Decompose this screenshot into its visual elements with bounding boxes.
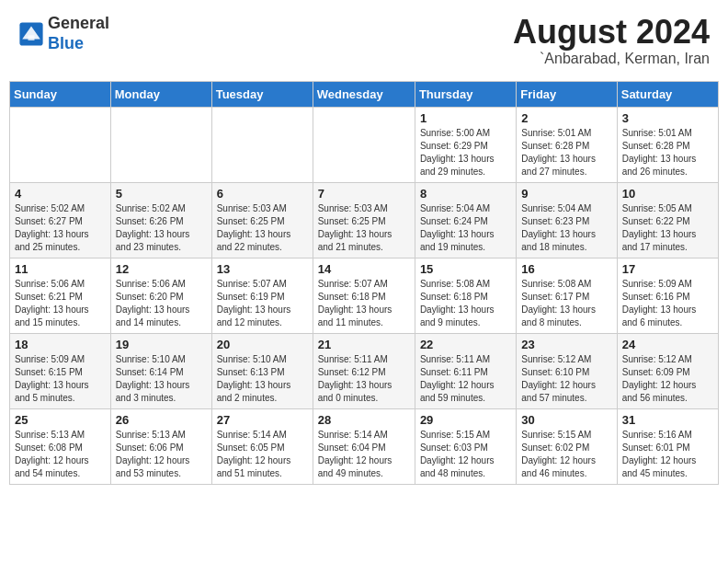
cell-content: Sunrise: 5:02 AM Sunset: 6:27 PM Dayligh… xyxy=(15,202,106,254)
cell-content: Sunrise: 5:09 AM Sunset: 6:16 PM Dayligh… xyxy=(622,278,713,329)
cell-content: Sunrise: 5:13 AM Sunset: 6:08 PM Dayligh… xyxy=(15,429,106,480)
calendar-cell: 16Sunrise: 5:08 AM Sunset: 6:17 PM Dayli… xyxy=(517,258,617,333)
day-number: 9 xyxy=(521,187,611,201)
cell-content: Sunrise: 5:13 AM Sunset: 6:06 PM Dayligh… xyxy=(116,429,207,480)
cell-content: Sunrise: 5:15 AM Sunset: 6:02 PM Dayligh… xyxy=(521,429,611,480)
calendar-body: 1Sunrise: 5:00 AM Sunset: 6:29 PM Daylig… xyxy=(10,107,719,484)
logo: General Blue xyxy=(18,14,109,53)
day-number: 18 xyxy=(15,338,106,351)
day-number: 12 xyxy=(116,262,207,276)
logo-general: General xyxy=(48,14,109,34)
weekday-header-thursday: Thursday xyxy=(415,81,516,107)
logo-blue: Blue xyxy=(48,34,109,54)
day-number: 2 xyxy=(521,111,611,125)
calendar-cell xyxy=(313,107,415,182)
calendar-cell xyxy=(10,107,111,182)
day-number: 19 xyxy=(116,338,207,351)
cell-content: Sunrise: 5:08 AM Sunset: 6:17 PM Dayligh… xyxy=(521,278,611,329)
calendar-week-5: 25Sunrise: 5:13 AM Sunset: 6:08 PM Dayli… xyxy=(10,408,719,484)
cell-content: Sunrise: 5:00 AM Sunset: 6:29 PM Dayligh… xyxy=(420,127,511,178)
calendar-week-4: 18Sunrise: 5:09 AM Sunset: 6:15 PM Dayli… xyxy=(10,333,719,408)
calendar-cell: 4Sunrise: 5:02 AM Sunset: 6:27 PM Daylig… xyxy=(10,182,111,258)
calendar-cell: 5Sunrise: 5:02 AM Sunset: 6:26 PM Daylig… xyxy=(110,182,211,258)
calendar-cell: 24Sunrise: 5:12 AM Sunset: 6:09 PM Dayli… xyxy=(617,333,718,408)
day-number: 6 xyxy=(217,187,308,201)
cell-content: Sunrise: 5:04 AM Sunset: 6:24 PM Dayligh… xyxy=(420,202,511,254)
calendar-week-2: 4Sunrise: 5:02 AM Sunset: 6:27 PM Daylig… xyxy=(10,182,719,258)
day-number: 31 xyxy=(622,413,713,427)
calendar-cell: 7Sunrise: 5:03 AM Sunset: 6:25 PM Daylig… xyxy=(313,182,415,258)
day-number: 20 xyxy=(217,338,308,351)
cell-content: Sunrise: 5:10 AM Sunset: 6:13 PM Dayligh… xyxy=(217,353,308,405)
day-number: 1 xyxy=(420,111,511,125)
day-number: 5 xyxy=(116,187,207,201)
calendar-cell: 28Sunrise: 5:14 AM Sunset: 6:04 PM Dayli… xyxy=(313,408,415,484)
day-number: 24 xyxy=(622,338,713,351)
calendar-cell: 25Sunrise: 5:13 AM Sunset: 6:08 PM Dayli… xyxy=(10,408,111,484)
cell-content: Sunrise: 5:02 AM Sunset: 6:26 PM Dayligh… xyxy=(116,202,207,254)
calendar-header: SundayMondayTuesdayWednesdayThursdayFrid… xyxy=(10,81,719,107)
calendar-cell: 31Sunrise: 5:16 AM Sunset: 6:01 PM Dayli… xyxy=(617,408,718,484)
cell-content: Sunrise: 5:09 AM Sunset: 6:15 PM Dayligh… xyxy=(15,353,106,405)
cell-content: Sunrise: 5:16 AM Sunset: 6:01 PM Dayligh… xyxy=(622,429,713,480)
calendar-cell: 17Sunrise: 5:09 AM Sunset: 6:16 PM Dayli… xyxy=(617,258,718,333)
weekday-header-saturday: Saturday xyxy=(617,81,718,107)
calendar-cell: 9Sunrise: 5:04 AM Sunset: 6:23 PM Daylig… xyxy=(517,182,617,258)
day-number: 8 xyxy=(420,187,511,201)
calendar-cell: 18Sunrise: 5:09 AM Sunset: 6:15 PM Dayli… xyxy=(10,333,111,408)
calendar-cell: 19Sunrise: 5:10 AM Sunset: 6:14 PM Dayli… xyxy=(110,333,211,408)
cell-content: Sunrise: 5:04 AM Sunset: 6:23 PM Dayligh… xyxy=(521,202,611,254)
weekday-header-friday: Friday xyxy=(517,81,617,107)
day-number: 11 xyxy=(15,262,106,276)
calendar-cell: 29Sunrise: 5:15 AM Sunset: 6:03 PM Dayli… xyxy=(415,408,516,484)
cell-content: Sunrise: 5:08 AM Sunset: 6:18 PM Dayligh… xyxy=(420,278,511,329)
calendar-cell: 6Sunrise: 5:03 AM Sunset: 6:25 PM Daylig… xyxy=(211,182,313,258)
day-number: 22 xyxy=(420,338,511,351)
cell-content: Sunrise: 5:03 AM Sunset: 6:25 PM Dayligh… xyxy=(318,202,410,254)
month-year-title: August 2024 xyxy=(513,14,710,51)
cell-content: Sunrise: 5:07 AM Sunset: 6:19 PM Dayligh… xyxy=(217,278,308,329)
weekday-header-sunday: Sunday xyxy=(10,81,111,107)
calendar-cell: 3Sunrise: 5:01 AM Sunset: 6:28 PM Daylig… xyxy=(617,107,718,182)
calendar-cell: 14Sunrise: 5:07 AM Sunset: 6:18 PM Dayli… xyxy=(313,258,415,333)
calendar-cell: 2Sunrise: 5:01 AM Sunset: 6:28 PM Daylig… xyxy=(517,107,617,182)
svg-rect-2 xyxy=(28,35,35,40)
day-number: 30 xyxy=(521,413,611,427)
cell-content: Sunrise: 5:12 AM Sunset: 6:10 PM Dayligh… xyxy=(521,353,611,405)
calendar-cell: 15Sunrise: 5:08 AM Sunset: 6:18 PM Dayli… xyxy=(415,258,516,333)
calendar-cell: 23Sunrise: 5:12 AM Sunset: 6:10 PM Dayli… xyxy=(517,333,617,408)
logo-text: General Blue xyxy=(48,14,109,53)
day-number: 26 xyxy=(116,413,207,427)
calendar-cell: 22Sunrise: 5:11 AM Sunset: 6:11 PM Dayli… xyxy=(415,333,516,408)
weekday-header-tuesday: Tuesday xyxy=(211,81,313,107)
logo-icon xyxy=(18,21,44,47)
calendar-cell: 20Sunrise: 5:10 AM Sunset: 6:13 PM Dayli… xyxy=(211,333,313,408)
day-number: 29 xyxy=(420,413,511,427)
calendar-cell: 30Sunrise: 5:15 AM Sunset: 6:02 PM Dayli… xyxy=(517,408,617,484)
day-number: 3 xyxy=(622,111,713,125)
calendar-table: SundayMondayTuesdayWednesdayThursdayFrid… xyxy=(9,81,719,485)
day-number: 16 xyxy=(521,262,611,276)
calendar-cell: 11Sunrise: 5:06 AM Sunset: 6:21 PM Dayli… xyxy=(10,258,111,333)
title-block: August 2024 `Anbarabad, Kerman, Iran xyxy=(513,14,710,67)
day-number: 21 xyxy=(318,338,410,351)
cell-content: Sunrise: 5:06 AM Sunset: 6:21 PM Dayligh… xyxy=(15,278,106,329)
day-number: 15 xyxy=(420,262,511,276)
day-number: 7 xyxy=(318,187,410,201)
calendar-cell: 12Sunrise: 5:06 AM Sunset: 6:20 PM Dayli… xyxy=(110,258,211,333)
calendar-cell: 27Sunrise: 5:14 AM Sunset: 6:05 PM Dayli… xyxy=(211,408,313,484)
day-number: 28 xyxy=(318,413,410,427)
calendar-cell xyxy=(211,107,313,182)
calendar-week-1: 1Sunrise: 5:00 AM Sunset: 6:29 PM Daylig… xyxy=(10,107,719,182)
cell-content: Sunrise: 5:12 AM Sunset: 6:09 PM Dayligh… xyxy=(622,353,713,405)
page-header: General Blue August 2024 `Anbarabad, Ker… xyxy=(9,9,719,72)
cell-content: Sunrise: 5:14 AM Sunset: 6:04 PM Dayligh… xyxy=(318,429,410,480)
location-subtitle: `Anbarabad, Kerman, Iran xyxy=(513,51,710,67)
calendar-cell: 1Sunrise: 5:00 AM Sunset: 6:29 PM Daylig… xyxy=(415,107,516,182)
calendar-cell: 8Sunrise: 5:04 AM Sunset: 6:24 PM Daylig… xyxy=(415,182,516,258)
cell-content: Sunrise: 5:14 AM Sunset: 6:05 PM Dayligh… xyxy=(217,429,308,480)
day-number: 14 xyxy=(318,262,410,276)
day-number: 23 xyxy=(521,338,611,351)
calendar-cell: 26Sunrise: 5:13 AM Sunset: 6:06 PM Dayli… xyxy=(110,408,211,484)
day-number: 10 xyxy=(622,187,713,201)
